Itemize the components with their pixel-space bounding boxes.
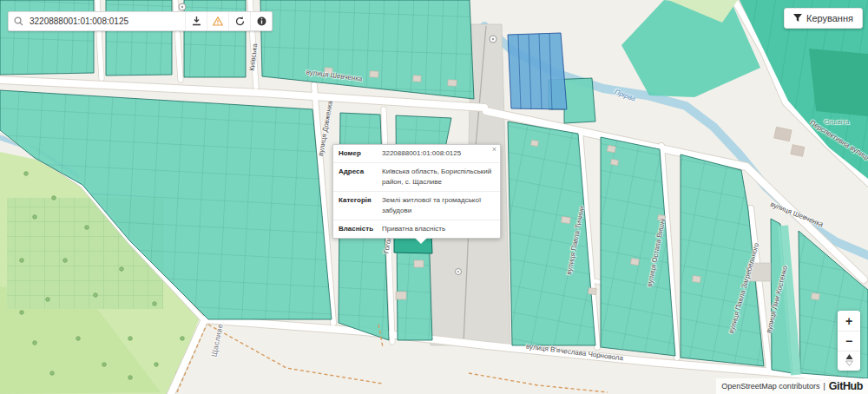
parcel-info-popup: × Номер 3220888001:01:008:0125 Адреса Ки…	[332, 144, 501, 239]
manage-button[interactable]: Керування	[784, 8, 863, 29]
search-bar	[8, 11, 273, 31]
warning-icon	[213, 16, 223, 26]
github-logo[interactable]: GitHub	[829, 380, 863, 392]
download-icon	[192, 16, 201, 26]
popup-row-value: Землі житлової та громадської забудови	[382, 195, 495, 216]
popup-row-value: 3220888001:01:008:0125	[382, 148, 495, 159]
zoom-in-button[interactable]: +	[838, 311, 860, 331]
map-viewer: вулиця ШевченкаКиївськавулиця ДовженкаГо…	[0, 0, 868, 394]
attribution-bar: OpenStreetMap contributors | GitHub	[716, 378, 868, 394]
compass-button[interactable]	[838, 351, 860, 371]
download-button[interactable]	[185, 12, 207, 30]
refresh-button[interactable]	[228, 12, 250, 30]
popup-row: Категорія Землі житлової та громадської …	[333, 192, 500, 220]
popup-row-label: Номер	[339, 148, 382, 159]
popup-row-value: Київська область, Бориспільський район, …	[382, 167, 495, 187]
popup-row-value: Приватна власність	[382, 224, 495, 234]
popup-row-label: Власність	[339, 224, 382, 234]
filter-icon	[793, 14, 802, 23]
blue-parcels	[508, 33, 567, 110]
attribution-separator: |	[823, 382, 825, 391]
zoom-controls: + −	[838, 311, 860, 371]
popup-row-label: Адреса	[339, 167, 382, 187]
popup-row: Власність Приватна власність	[333, 220, 500, 238]
refresh-icon	[235, 16, 245, 26]
popup-row: Адреса Київська область, Бориспільський …	[333, 163, 500, 192]
manage-button-label: Керування	[806, 13, 853, 23]
popup-row-label: Категорія	[339, 195, 382, 216]
osm-attribution-link[interactable]: OpenStreetMap contributors	[721, 382, 819, 391]
sports-pitch	[809, 49, 868, 116]
close-icon[interactable]: ×	[492, 146, 496, 154]
popup-row: Номер 3220888001:01:008:0125	[333, 145, 500, 163]
search-input[interactable]	[28, 16, 185, 26]
search-icon	[9, 16, 28, 26]
info-icon	[257, 16, 266, 26]
zoom-out-button[interactable]: −	[838, 331, 860, 351]
info-button[interactable]	[250, 12, 272, 30]
warning-button[interactable]	[207, 12, 228, 30]
compass-icon	[845, 354, 853, 366]
